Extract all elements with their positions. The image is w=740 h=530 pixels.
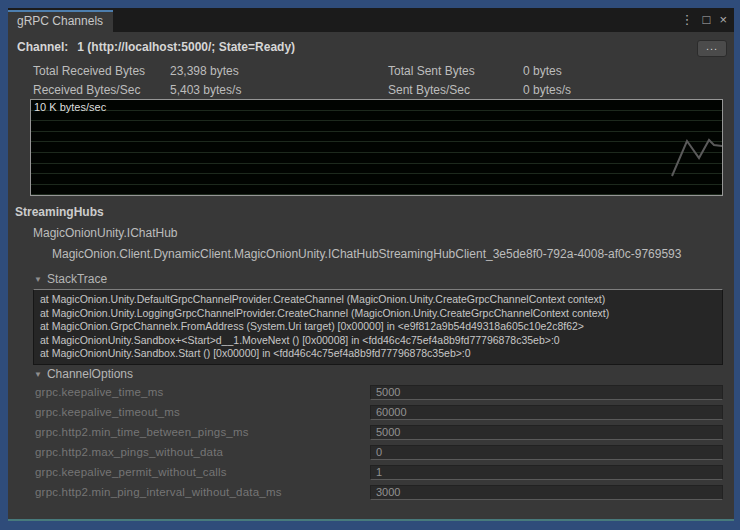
option-row: grpc.http2.min_time_between_pings_ms 500… <box>8 425 734 441</box>
stacktrace-foldout[interactable]: ▼StackTrace <box>34 272 107 286</box>
option-field-max-pings-without-data[interactable]: 0 <box>370 445 723 460</box>
option-row: grpc.http2.max_pings_without_data 0 <box>8 445 734 461</box>
tab-bar: gRPC Channels ⋮ □ × <box>8 8 734 32</box>
option-label: grpc.keepalive_time_ms <box>35 386 163 398</box>
streaming-hubs-title: StreamingHubs <box>15 205 104 219</box>
streaming-hub-interface: MagicOnionUnity.IChatHub <box>33 226 178 240</box>
received-bytes-sec-value: 5,403 bytes/s <box>170 83 241 97</box>
stacktrace-box: at MagicOnion.Unity.DefaultGrpcChannelPr… <box>33 289 723 365</box>
option-label: grpc.keepalive_permit_without_calls <box>35 466 227 478</box>
foldout-arrow-icon: ▼ <box>34 370 42 379</box>
throughput-sparkline <box>31 100 722 195</box>
stacktrace-line: at MagicOnion.Unity.DefaultGrpcChannelPr… <box>40 293 722 307</box>
tab-grpc-channels[interactable]: gRPC Channels <box>8 10 113 32</box>
option-label: grpc.http2.min_ping_interval_without_dat… <box>35 486 282 498</box>
option-label: grpc.keepalive_timeout_ms <box>35 406 180 418</box>
channel-options-foldout-label: ChannelOptions <box>47 367 133 381</box>
stacktrace-line: at MagicOnion.Unity.LoggingGrpcChannelPr… <box>40 307 722 321</box>
option-field-keepalive-time-ms[interactable]: 5000 <box>370 385 723 400</box>
received-bytes-line <box>672 140 722 176</box>
option-row: grpc.keepalive_time_ms 5000 <box>8 385 734 401</box>
option-field-min-ping-interval-without-data-ms[interactable]: 3000 <box>370 485 723 500</box>
throughput-graph: 10 K bytes/sec <box>30 99 723 196</box>
stacktrace-line: at MagicOnion.GrpcChannelx.FromAddress (… <box>40 320 722 334</box>
option-label: grpc.http2.min_time_between_pings_ms <box>35 426 249 438</box>
streaming-hub-client: MagicOnion.Client.DynamicClient.MagicOni… <box>52 247 734 261</box>
channel-value: 1 (http://localhost:5000/; State=Ready) <box>77 40 295 54</box>
sent-bytes-sec-label: Sent Bytes/Sec <box>388 83 470 97</box>
option-row: grpc.keepalive_permit_without_calls 1 <box>8 465 734 481</box>
total-sent-bytes-value: 0 bytes <box>523 64 562 78</box>
option-field-min-time-between-pings-ms[interactable]: 5000 <box>370 425 723 440</box>
channel-label: Channel: <box>17 40 68 54</box>
total-received-bytes-value: 23,398 bytes <box>170 64 239 78</box>
channel-header: Channel:1 (http://localhost:5000/; State… <box>17 40 295 54</box>
total-received-bytes-label: Total Received Bytes <box>33 64 145 78</box>
grpc-channels-window: gRPC Channels ⋮ □ × Channel:1 (http://lo… <box>8 8 734 521</box>
close-icon[interactable]: × <box>719 11 727 29</box>
option-row: grpc.http2.min_ping_interval_without_dat… <box>8 485 734 501</box>
channel-more-button[interactable]: ... <box>697 40 727 57</box>
option-label: grpc.http2.max_pings_without_data <box>35 446 223 458</box>
sent-bytes-sec-value: 0 bytes/s <box>523 83 571 97</box>
stacktrace-line: at MagicOnionUnity.Sandbox.Start () [0x0… <box>40 347 722 361</box>
option-field-keepalive-permit-without-calls[interactable]: 1 <box>370 465 723 480</box>
stacktrace-line: at MagicOnionUnity.Sandbox+<Start>d__1.M… <box>40 334 722 348</box>
kebab-menu-icon[interactable]: ⋮ <box>681 11 694 29</box>
maximize-icon[interactable]: □ <box>703 11 711 29</box>
stacktrace-foldout-label: StackTrace <box>47 272 107 286</box>
channel-options-foldout[interactable]: ▼ChannelOptions <box>34 367 133 381</box>
option-field-keepalive-timeout-ms[interactable]: 60000 <box>370 405 723 420</box>
total-sent-bytes-label: Total Sent Bytes <box>388 64 475 78</box>
window-controls: ⋮ □ × <box>681 11 727 29</box>
received-bytes-sec-label: Received Bytes/Sec <box>33 83 140 97</box>
option-row: grpc.keepalive_timeout_ms 60000 <box>8 405 734 421</box>
foldout-arrow-icon: ▼ <box>34 275 42 284</box>
